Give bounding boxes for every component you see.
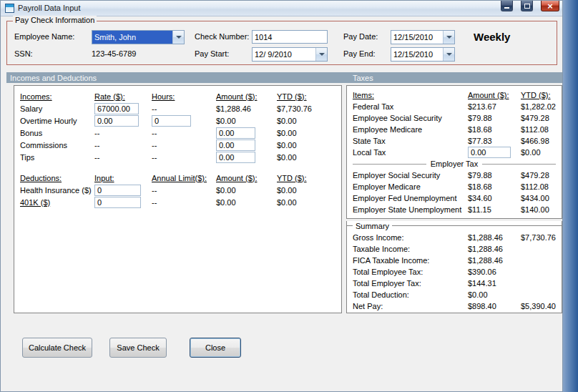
deduction-row-401k: 401K ($) -- $0.00 $0.00: [20, 196, 335, 208]
tips-amount-input[interactable]: [216, 152, 255, 163]
employee-name-combo[interactable]: Smith, John: [92, 30, 185, 44]
app-icon: [5, 4, 14, 13]
k401-annual-limit: --: [152, 198, 216, 207]
summary-caption: Summary: [353, 222, 392, 230]
tax-row-employer-fed-unemployment: Employer Fed Unemployment $34.60 $434.00: [353, 192, 556, 204]
tax-amount: $79.88: [468, 171, 521, 180]
minimize-button[interactable]: [501, 1, 513, 11]
pay-start-picker[interactable]: 12/ 9/2010: [252, 47, 328, 62]
summary-row-fica: FICA Taxable Income: $1,288.46: [353, 255, 556, 266]
health-annual-limit: --: [152, 186, 216, 195]
paycheck-info-group-label: Pay Check Information: [13, 16, 97, 24]
overtime-rate-input[interactable]: [94, 115, 139, 127]
col-header-rate: Rate ($):: [94, 92, 152, 101]
tax-name: Employer Fed Unemployment: [353, 194, 468, 202]
salary-rate-input[interactable]: [94, 103, 139, 114]
tax-ytd: $466.98: [521, 137, 556, 145]
retirement-401k-link[interactable]: 401K ($): [20, 198, 94, 207]
pay-end-value[interactable]: 12/15/2010: [391, 48, 443, 61]
col-header-ytd: YTD ($):: [521, 91, 556, 99]
tax-ytd: $434.00: [521, 194, 556, 202]
summary-amount: $1,288.46: [468, 256, 521, 265]
col-header-input: Input:: [94, 174, 152, 182]
tax-ytd: $1,282.02: [521, 102, 556, 111]
tax-row-employee-social-security: Employee Social Security $79.88 $479.28: [353, 112, 556, 124]
retirement-401k-input[interactable]: [94, 197, 141, 208]
summary-amount: $390.06: [468, 268, 521, 276]
window-close-button[interactable]: ×: [541, 1, 559, 11]
local-tax-input[interactable]: [468, 147, 511, 158]
pay-frequency-label: Weekly: [474, 31, 510, 43]
summary-label: Total Employee Tax:: [353, 268, 468, 276]
tax-ytd: $479.28: [521, 114, 556, 122]
save-check-button[interactable]: Save Check: [109, 338, 167, 358]
tax-ytd: $140.00: [521, 205, 556, 214]
tax-ytd: $0.00: [521, 148, 556, 157]
pay-end-dropdown-button[interactable]: [443, 48, 454, 61]
pay-end-picker[interactable]: 12/15/2010: [391, 47, 455, 62]
pay-date-picker[interactable]: 12/15/2010: [391, 30, 455, 44]
payroll-window: Payroll Data Input × Pay Check Informati…: [0, 0, 563, 392]
pay-date-dropdown-button[interactable]: [443, 31, 454, 44]
section-header-band: Incomes and Deductions Taxes: [6, 72, 562, 83]
titlebar[interactable]: Payroll Data Input ×: [1, 1, 562, 16]
pay-date-value[interactable]: 12/15/2010: [391, 31, 443, 44]
maximize-button[interactable]: [521, 1, 533, 11]
tax-row-local: Local Tax $0.00: [353, 147, 556, 158]
tax-row-employer-medicare: Employer Medicare $18.68 $112.08: [353, 181, 556, 192]
close-button[interactable]: Close: [190, 338, 241, 358]
tax-amount: $213.67: [468, 102, 521, 111]
deductions-header-row: Deductions: Input: Annual Limit($): Amou…: [20, 172, 335, 184]
window-controls: ×: [501, 1, 559, 16]
income-row-commissions: Commissions -- -- $0.00: [20, 139, 335, 151]
col-header-ytd: YTD ($):: [277, 92, 335, 101]
close-icon: ×: [547, 1, 553, 11]
section-header-incomes-deductions: Incomes and Deductions: [10, 74, 97, 82]
col-header-items: Items:: [353, 91, 468, 99]
health-amount: $0.00: [216, 186, 277, 195]
health-insurance-input[interactable]: [94, 185, 141, 196]
tax-row-employee-medicare: Employee Medicare $18.68 $112.08: [353, 124, 556, 135]
separator-line: [392, 225, 562, 226]
pay-start-value[interactable]: 12/ 9/2010: [253, 48, 315, 61]
calculate-check-button[interactable]: Calculate Check: [22, 338, 92, 358]
commissions-amount-input[interactable]: [216, 139, 255, 151]
k401-ytd: $0.00: [277, 198, 335, 207]
bonus-amount-input[interactable]: [216, 127, 255, 139]
tips-hours: --: [152, 153, 216, 162]
overtime-hours-input[interactable]: [152, 115, 191, 127]
commissions-hours: --: [152, 141, 216, 150]
health-ytd: $0.00: [277, 186, 335, 195]
tax-amount: $34.60: [468, 194, 521, 202]
bonus-rate: --: [94, 129, 152, 137]
section-header-taxes: Taxes: [353, 74, 373, 82]
summary-amount: $144.31: [468, 279, 521, 288]
tax-name: State Tax: [353, 137, 468, 145]
ssn-value: 123-45-6789: [92, 49, 136, 58]
deduction-row-health-insurance: Health Insurance ($) -- $0.00 $0.00: [20, 184, 335, 196]
taxes-header-row: Items: Amount ($): YTD ($):: [353, 89, 556, 101]
pay-start-dropdown-button[interactable]: [315, 48, 327, 61]
summary-label: Taxable Income:: [353, 245, 468, 253]
col-header-ytd: YTD ($):: [277, 174, 335, 182]
tax-name: Employer State Unemployment: [353, 205, 468, 214]
summary-amount: $0.00: [468, 290, 521, 299]
k401-amount: $0.00: [216, 198, 277, 207]
overtime-amount: $0.00: [216, 117, 277, 125]
summary-row-gross: Gross Income: $1,288.46 $7,730.76: [353, 232, 556, 243]
tax-ytd: $112.08: [521, 182, 556, 191]
tax-row-employer-social-security: Employer Social Security $79.88 $479.28: [353, 170, 556, 181]
employee-name-dropdown-button[interactable]: [172, 31, 184, 44]
chevron-down-icon: [446, 36, 452, 39]
tax-name: Employee Medicare: [353, 125, 468, 134]
col-header-hours: Hours:: [152, 92, 216, 101]
commissions-rate: --: [94, 141, 152, 150]
check-number-input[interactable]: [252, 30, 328, 44]
summary-label: FICA Taxable Income:: [353, 256, 468, 265]
deduction-name: Health Insurance ($): [20, 186, 94, 195]
employee-name-value[interactable]: Smith, John: [92, 31, 172, 44]
income-row-bonus: Bonus -- -- $0.00: [20, 127, 335, 139]
pay-date-label: Pay Date:: [343, 32, 378, 41]
client-area: Pay Check Information Employee Name: Smi…: [1, 16, 562, 392]
salary-hours: --: [152, 104, 216, 113]
